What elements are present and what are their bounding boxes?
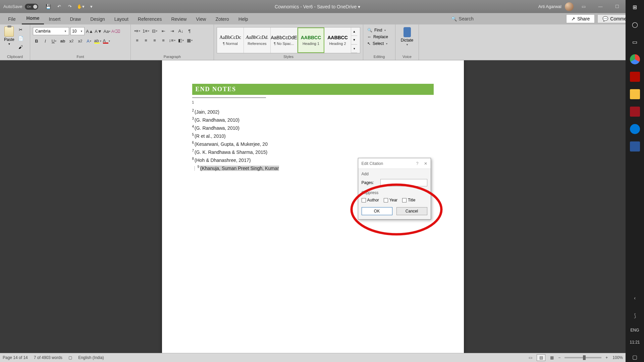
font-color-button[interactable]: A▾ bbox=[103, 37, 110, 45]
style-heading2[interactable]: AABBCC Heading 2 bbox=[324, 27, 351, 53]
show-marks-icon[interactable]: ¶ bbox=[186, 27, 193, 35]
mendeley-icon[interactable] bbox=[630, 107, 640, 117]
select-button[interactable]: ↖Select▾ bbox=[366, 41, 392, 47]
show-hidden-icon[interactable]: ‹ bbox=[630, 293, 640, 303]
align-center-icon[interactable]: ≡ bbox=[142, 37, 150, 44]
zoom-in-icon[interactable]: + bbox=[605, 355, 608, 360]
endnote-3[interactable]: 3(G. Randhawa, 2010) bbox=[192, 116, 434, 124]
sort-icon[interactable]: A↓ bbox=[177, 27, 184, 35]
cancel-button[interactable]: Cancel bbox=[396, 207, 427, 215]
copy-icon[interactable]: 📄 bbox=[17, 35, 24, 42]
borders-icon[interactable]: ▦▾ bbox=[186, 37, 193, 44]
language-indicator[interactable]: English (India) bbox=[78, 355, 104, 360]
line-spacing-icon[interactable]: ↕≡▾ bbox=[168, 37, 176, 44]
style-references[interactable]: AaBbCcDd. References bbox=[244, 27, 271, 53]
dictate-button[interactable]: Dictate ▼ bbox=[398, 26, 416, 48]
ribbon-display-icon[interactable]: ▭ bbox=[577, 2, 590, 12]
endnote-1[interactable]: 1 bbox=[192, 100, 434, 108]
font-size-select[interactable]: 10▼ bbox=[70, 27, 85, 35]
spell-check-icon[interactable]: ▢ bbox=[68, 355, 72, 360]
underline-button[interactable]: U▾ bbox=[50, 37, 58, 45]
align-left-icon[interactable]: ≡ bbox=[133, 37, 141, 44]
acrobat-icon[interactable] bbox=[630, 72, 640, 82]
cortana-icon[interactable]: ◯ bbox=[630, 19, 640, 29]
web-layout-icon[interactable]: ▦ bbox=[547, 354, 556, 361]
start-icon[interactable]: ⊞ bbox=[630, 2, 640, 12]
clock[interactable]: 11:21 bbox=[630, 340, 640, 345]
tab-home[interactable]: Home bbox=[22, 13, 44, 24]
grow-font-icon[interactable]: A▲ bbox=[86, 27, 93, 35]
redo-icon[interactable]: ↷ bbox=[65, 2, 74, 11]
styles-gallery[interactable]: AaBbCcDc ¶ Normal AaBbCcDd. References A… bbox=[217, 27, 360, 53]
tab-view[interactable]: View bbox=[191, 14, 211, 24]
shading-icon[interactable]: ◧▾ bbox=[177, 37, 184, 44]
style-heading1[interactable]: AABBCC Heading 1 bbox=[298, 27, 324, 53]
save-icon[interactable]: 💾 bbox=[44, 2, 53, 11]
onedrive-icon[interactable]: ⟆ bbox=[630, 310, 640, 320]
input-language[interactable]: ENG bbox=[630, 328, 639, 333]
autosave-toggle[interactable]: On bbox=[25, 4, 38, 10]
tab-file[interactable]: File bbox=[3, 14, 20, 24]
word-icon[interactable] bbox=[630, 141, 640, 152]
endnote-4[interactable]: 4(G. Randhawa, 2010) bbox=[192, 124, 434, 132]
bold-button[interactable]: B bbox=[33, 37, 40, 45]
increase-indent-icon[interactable]: ⇥ bbox=[168, 27, 176, 35]
tab-insert[interactable]: Insert bbox=[44, 14, 65, 24]
styles-scroll[interactable]: ▲ ▼ ▾ bbox=[351, 27, 357, 53]
gallery-down-icon[interactable]: ▼ bbox=[351, 36, 357, 44]
user-avatar[interactable] bbox=[565, 2, 574, 11]
find-button[interactable]: 🔍Find▾ bbox=[366, 27, 392, 33]
user-name[interactable]: Arti Agarwal bbox=[538, 4, 561, 9]
citation-field[interactable]: (Khanuja, Suman Preet Singh, Kumar bbox=[200, 166, 279, 171]
page[interactable]: END NOTES 1 2(Jain, 2002) 3(G. Randhawa,… bbox=[162, 60, 464, 353]
tab-help[interactable]: Help bbox=[234, 14, 253, 24]
paste-button[interactable]: Paste ▼ bbox=[3, 26, 16, 46]
change-case-icon[interactable]: Aa▾ bbox=[103, 27, 111, 35]
endnote-5[interactable]: 5(R et al., 2010) bbox=[192, 132, 434, 140]
italic-button[interactable]: I bbox=[42, 37, 49, 45]
gallery-up-icon[interactable]: ▲ bbox=[351, 27, 357, 36]
undo-icon[interactable]: ↶ bbox=[54, 2, 64, 11]
endnote-6[interactable]: 6(Kesarwani, Gupta, & Mukerjee, 20 bbox=[192, 140, 434, 148]
edge-icon[interactable] bbox=[630, 124, 640, 134]
strikethrough-button[interactable]: ab bbox=[59, 37, 66, 45]
minimize-icon[interactable]: — bbox=[594, 2, 607, 12]
tab-zotero[interactable]: Zotero bbox=[211, 14, 233, 24]
format-painter-icon[interactable]: 🖌 bbox=[17, 43, 24, 51]
task-view-icon[interactable]: ▭ bbox=[630, 37, 640, 47]
clear-format-icon[interactable]: A⌫ bbox=[112, 27, 119, 35]
tab-references[interactable]: References bbox=[133, 14, 167, 24]
print-layout-icon[interactable]: ▤ bbox=[537, 354, 545, 361]
ok-button[interactable]: OK bbox=[362, 207, 392, 215]
tell-me-search[interactable]: 🔍 Search bbox=[451, 16, 474, 21]
pages-input[interactable] bbox=[380, 179, 427, 186]
zoom-slider[interactable] bbox=[565, 357, 601, 358]
subscript-button[interactable]: x2 bbox=[68, 37, 75, 45]
font-name-select[interactable]: Cambria▼ bbox=[33, 27, 69, 35]
align-right-icon[interactable]: ≡ bbox=[151, 37, 158, 44]
chrome-icon[interactable] bbox=[630, 54, 640, 64]
maximize-icon[interactable]: ☐ bbox=[610, 2, 624, 12]
replace-button[interactable]: ↔Replace bbox=[366, 34, 392, 40]
decrease-indent-icon[interactable]: ⇤ bbox=[160, 27, 167, 35]
tab-review[interactable]: Review bbox=[166, 14, 191, 24]
heading-end-notes[interactable]: END NOTES bbox=[192, 84, 434, 95]
zoom-out-icon[interactable]: − bbox=[558, 355, 560, 360]
tab-layout[interactable]: Layout bbox=[110, 14, 133, 24]
page-indicator[interactable]: Page 14 of 14 bbox=[3, 355, 28, 360]
suppress-author-checkbox[interactable]: Author bbox=[362, 198, 379, 202]
document-area[interactable]: END NOTES 1 2(Jain, 2002) 3(G. Randhawa,… bbox=[0, 60, 626, 353]
bullets-icon[interactable]: •≡▾ bbox=[133, 27, 141, 35]
tab-design[interactable]: Design bbox=[86, 14, 110, 24]
explorer-icon[interactable] bbox=[630, 89, 640, 99]
suppress-title-checkbox[interactable]: Title bbox=[402, 198, 415, 202]
justify-icon[interactable]: ≡ bbox=[160, 37, 167, 44]
tab-draw[interactable]: Draw bbox=[65, 14, 86, 24]
numbering-icon[interactable]: 1≡▾ bbox=[142, 27, 150, 35]
field-handle-icon[interactable]: ⋮ bbox=[192, 166, 197, 171]
style-no-spacing[interactable]: AaBbCcDdE ¶ No Spac... bbox=[271, 27, 298, 53]
dialog-close-icon[interactable]: ✕ bbox=[424, 161, 427, 166]
gallery-more-icon[interactable]: ▾ bbox=[351, 45, 357, 53]
qat-more-icon[interactable]: ▾ bbox=[87, 2, 96, 11]
endnote-7[interactable]: 7(G. K. Randhawa & Sharma, 2015) bbox=[192, 148, 434, 156]
